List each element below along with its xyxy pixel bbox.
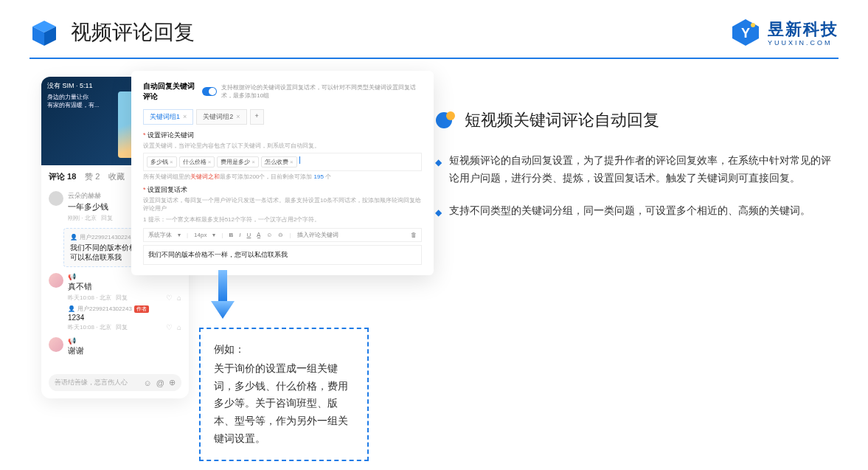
- reply-link[interactable]: 回复: [116, 294, 128, 302]
- tab-likes[interactable]: 赞 2: [85, 171, 100, 182]
- close-icon[interactable]: ×: [236, 113, 240, 120]
- logo-mark-icon: Y: [731, 18, 760, 47]
- svg-point-5: [751, 23, 755, 27]
- diamond-icon: ◆: [435, 205, 442, 220]
- comment-item: 📢 真不错 昨天10:08 · 北京回复♡⌂ 👤用户2299214302243作…: [49, 273, 181, 331]
- tab-favs[interactable]: 收藏: [108, 171, 125, 182]
- bubble-icon: [435, 110, 456, 131]
- video-overlay-text: 身边的力量让你 有家的有温暖，有...: [47, 93, 100, 109]
- person-icon: 👤: [68, 305, 75, 312]
- comment-icon[interactable]: ⌂: [177, 294, 181, 302]
- clear-button[interactable]: ⊖: [278, 232, 283, 238]
- italic-button[interactable]: I: [239, 232, 240, 238]
- section-keywords-title: 设置评论关键词: [143, 131, 422, 140]
- heart-icon[interactable]: ♡: [166, 294, 173, 302]
- comment-text: 谢谢: [68, 345, 181, 356]
- reply-text: 1234: [68, 314, 181, 322]
- svg-text:Y: Y: [741, 26, 750, 41]
- author-badge: 作者: [134, 305, 149, 313]
- font-select[interactable]: 系统字体: [148, 231, 172, 239]
- cube-icon: [29, 18, 59, 47]
- avatar: [49, 191, 63, 206]
- editor-hint: 1 提示：一个富文本框最多支持512个字符，一个汉字占用2个字符。: [143, 215, 422, 224]
- emoji-button[interactable]: ☺: [266, 232, 272, 238]
- comment-text: 真不错: [68, 281, 181, 292]
- comment-icon[interactable]: ⌂: [177, 323, 181, 331]
- comment-author: 📢: [68, 337, 181, 345]
- keyword-chip[interactable]: 什么价格×: [179, 156, 215, 167]
- tab-comments[interactable]: 评论 18: [49, 171, 76, 182]
- avatar: [49, 273, 63, 288]
- person-icon: 👤: [70, 234, 77, 241]
- section-keywords-desc: 设置关键词，当评论里内容包含了以下关键词，则系统可自动回复。: [143, 142, 422, 150]
- reply-editor[interactable]: 我们不同的版本价格不一样，您可以私信联系我: [143, 245, 422, 265]
- toggle-description: 支持根据评论的关键词设置回复话术，可以针对不同类型关键词设置回复话术，最多添加1…: [221, 83, 422, 100]
- cursor: [299, 156, 300, 164]
- bullet-item: ◆ 短视频评论的自动回复设置，为了提升作者的评论回复效率，在系统中针对常见的评论…: [435, 152, 839, 187]
- reply-link[interactable]: 回复: [116, 323, 128, 331]
- keyword-chip[interactable]: 费用是多少×: [217, 156, 259, 167]
- config-panel: 自动回复关键词评论 支持根据评论的关键词设置回复话术，可以针对不同类型关键词设置…: [131, 71, 434, 275]
- toggle-label: 自动回复关键词评论: [143, 81, 198, 102]
- keyword-chip[interactable]: 怎么收费×: [261, 156, 297, 167]
- keyword-group-tab-2[interactable]: 关键词组2×: [196, 109, 246, 125]
- add-group-button[interactable]: +: [250, 109, 264, 125]
- auto-reply-toggle[interactable]: [202, 87, 217, 96]
- example-body: 关于询价的设置成一组关键词，多少钱、什么价格，费用多少等。关于咨询班型、版本、型…: [214, 360, 354, 448]
- editor-toolbar: 系统字体▾| 14px▾| B I U A̲ ☺ ⊖| 插入评论关键词 🗑: [143, 228, 422, 242]
- section-title: 短视频关键词评论自动回复: [465, 109, 659, 131]
- svg-rect-6: [218, 270, 227, 303]
- emoji-icon[interactable]: ☺: [144, 379, 152, 387]
- input-placeholder: 善语结善缘，恶言伤人心: [55, 378, 139, 387]
- comment-item: 📢 谢谢: [49, 337, 181, 356]
- bold-button[interactable]: B: [229, 232, 234, 238]
- section-reply-desc: 设置回复话术，每回复一个用户评论只发送一条话术。最多支持设置10条不同话术，按添…: [143, 196, 422, 212]
- close-icon[interactable]: ×: [183, 113, 187, 120]
- delete-icon[interactable]: 🗑: [411, 232, 417, 238]
- keyword-hint: 所有关键词组里的关键词之和最多可添加200个，目前剩余可添加 195 个: [143, 173, 422, 181]
- comment-input[interactable]: 善语结善缘，恶言伤人心 ☺ @ ⊕: [49, 374, 181, 391]
- diamond-icon: ◆: [435, 155, 442, 187]
- brand-domain: YUUXIN.COM: [768, 39, 839, 46]
- at-icon[interactable]: @: [156, 379, 164, 387]
- heart-icon[interactable]: ♡: [166, 323, 173, 331]
- size-select[interactable]: 14px: [194, 232, 206, 238]
- keyword-chip[interactable]: 多少钱×: [147, 156, 177, 167]
- brand-logo: Y 昱新科技 YUUXIN.COM: [731, 18, 839, 47]
- svg-point-9: [446, 111, 455, 120]
- svg-marker-7: [211, 301, 235, 319]
- color-button[interactable]: A̲: [257, 232, 260, 238]
- brand-name: 昱新科技: [768, 18, 839, 41]
- arrow-down-icon: [208, 270, 237, 322]
- plus-icon[interactable]: ⊕: [169, 378, 176, 387]
- example-head: 例如：: [214, 341, 354, 359]
- page-title: 视频评论回复: [71, 18, 195, 46]
- section-reply-title: 设置回复话术: [143, 185, 422, 195]
- underline-button[interactable]: U: [247, 232, 251, 238]
- avatar: [49, 337, 63, 352]
- keyword-group-tab-1[interactable]: 关键词组1×: [143, 109, 193, 125]
- insert-keyword-button[interactable]: 插入评论关键词: [297, 231, 338, 239]
- keyword-chips[interactable]: 多少钱× 什么价格× 费用是多少× 怎么收费×: [143, 153, 422, 171]
- reply-link[interactable]: 回复: [101, 214, 113, 222]
- example-box: 例如： 关于询价的设置成一组关键词，多少钱、什么价格，费用多少等。关于咨询班型、…: [199, 328, 369, 461]
- bullet-item: ◆ 支持不同类型的关键词分组，同一类问题，可设置多个相近的、高频的关键词。: [435, 202, 839, 220]
